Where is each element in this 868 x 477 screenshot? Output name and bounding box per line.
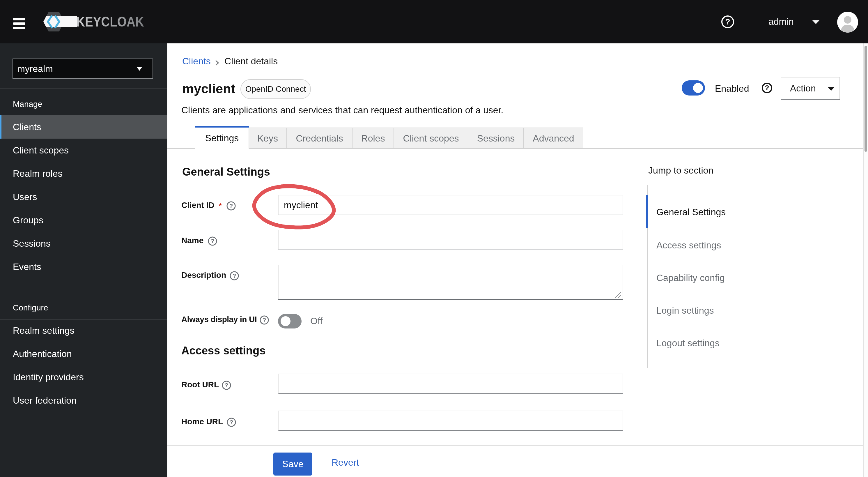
svg-text:?: ?: [230, 419, 233, 425]
svg-text:?: ?: [229, 203, 233, 209]
svg-text:?: ?: [725, 17, 730, 26]
svg-text:?: ?: [211, 238, 214, 244]
svg-text:?: ?: [765, 84, 769, 92]
svg-text:?: ?: [232, 273, 236, 279]
svg-text:?: ?: [262, 317, 266, 323]
svg-text:?: ?: [225, 382, 228, 388]
